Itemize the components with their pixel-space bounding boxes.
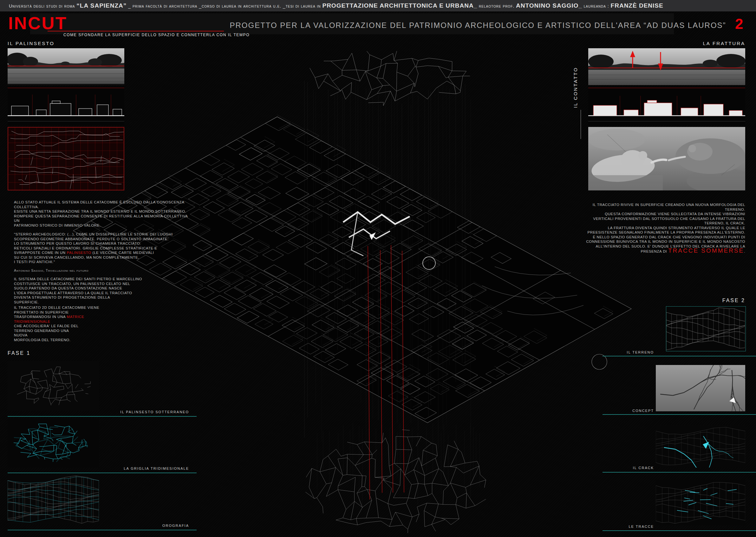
section-label-palinsesto: IL PALINSESTO (8, 41, 55, 46)
panorama-left-image (8, 48, 124, 85)
fase1-row-label: IL PALINSESTO SOTTERRANEO (101, 410, 189, 414)
fase1-divider (8, 416, 197, 417)
fresco-image (588, 127, 745, 190)
fase2-row-label: IL TERRENO (571, 351, 654, 354)
skyline-section-right (588, 86, 745, 125)
credit-relatore-label: relaotore prof. (477, 0, 516, 12)
fase1-divider (8, 530, 197, 530)
fase2-divider (602, 472, 756, 473)
matrice-text-1: IL TRACCIATO 2D DELLE CATACOMBE VIENE PR… (14, 306, 99, 319)
panorama-left-photo (8, 48, 124, 85)
orografia-image (8, 475, 99, 524)
credit-university-name: “LA SAPIENZA” (76, 0, 127, 12)
fase2-divider (602, 356, 756, 356)
catacombe-paragraph: IL SISTEMA DELLE CATACOMBE DEI SANTI PIE… (14, 277, 192, 304)
section-label-frattura: LA FRATTURA (703, 41, 745, 46)
contatto-line (581, 110, 581, 139)
page-number: 2 (735, 15, 743, 32)
project-title: PROGETTO PER LA VALORIZZAZIONE DEL PATRI… (228, 21, 728, 30)
concept-crack-photo (656, 365, 745, 411)
credit-faculty: _ prima facoltà di architettura _corso d… (127, 0, 322, 12)
quote-highlight: PALINSESTO (67, 251, 91, 255)
matrice-text-2: CHE ACCOGLIERA' LE FALDE DEL TERRENO GEN… (14, 324, 79, 342)
fase2-row-label: LE TRACCE (571, 525, 654, 528)
fase2-row-label: CONCEPT (571, 409, 654, 413)
tagline: COME SFONDARE LA SUPERFICIE DELLO SPAZIO… (63, 33, 249, 37)
thumbnail-griglia-tridimensionale (8, 418, 99, 468)
thumbnail-terreno (666, 306, 746, 351)
terreno-image (666, 307, 745, 351)
section-label-contatto: IL CONTATTO (573, 48, 578, 108)
red-grid-tracciato (8, 127, 124, 190)
fase1-divider (8, 473, 197, 473)
matrice-paragraph: IL TRACCIATO 2D DELLE CATACOMBE VIENE PR… (14, 305, 192, 342)
credit-laureanda-name: FRANZÈ DENISE (611, 0, 663, 12)
fase2-divider (602, 530, 756, 531)
creation-of-adam-image (588, 127, 745, 190)
fase1-row-label: LA GRIGLIA TRIDIMESIONALE (101, 467, 189, 470)
panorama-right-image (588, 48, 745, 85)
thumbnail-le-tracce (656, 480, 745, 525)
intro-paragraph: ALLO STATO ATTUALE IL SISTEMA DELLE CATA… (14, 200, 192, 227)
fase2-label: FASE 2 (722, 298, 745, 304)
tracce-sommerse-highlight: TRACCE SOMMERSE (668, 247, 744, 254)
credit-laureanda-label: laureanda : (582, 0, 611, 12)
thumbnail-concept (656, 365, 745, 411)
logo-underline (48, 31, 224, 31)
fase1-label: FASE 1 (8, 351, 30, 356)
panorama-right-photo (588, 48, 745, 85)
fase2-divider (602, 414, 756, 415)
thumbnail-il-crack (656, 425, 745, 468)
thumbnail-palinsesto-sotterraneo (8, 361, 99, 411)
top-credits-bar: Università degli studi di roma “LA SAPIE… (0, 0, 756, 12)
palinsesto-sotterraneo-image (8, 361, 99, 411)
section-diagram-left (8, 86, 124, 125)
skyline-section-left (8, 86, 124, 125)
poster-board: Università degli studi di roma “LA SAPIE… (0, 0, 756, 537)
catacomb-grid-map (8, 127, 124, 190)
le-tracce-image (656, 480, 745, 525)
section-diagram-right (588, 86, 745, 125)
quote-attribution: Antonino Saggio, Trivellazioni nel futur… (14, 268, 89, 272)
frattura-text-1: IL TRACCIATO RIVIVE IN SUPERFICIE CREAND… (586, 203, 745, 253)
il-crack-image (656, 425, 745, 468)
thumbnail-orografia (8, 475, 99, 524)
griglia-tridimensionale-image (8, 418, 99, 468)
fase2-row-label: IL CRACK (571, 466, 654, 470)
credit-university: Università degli studi di roma (9, 0, 76, 12)
logo-incut: INCUT (8, 13, 67, 33)
frattura-paragraph: IL TRACCIATO RIVIVE IN SUPERFICIE CREAND… (584, 202, 745, 254)
quote-paragraph: "STERRO ARCHEOLOGICO: (...), COME UN DIS… (14, 232, 192, 265)
fase1-row-label: OROGRAFIA (101, 524, 189, 527)
credit-relatore-name: ANTONINO SAGGIO_ (516, 0, 582, 12)
credit-thesis-subject: PROGETTAZIONE ARCHITETTONICA E URBANA_ (322, 0, 477, 12)
frattura-text-2: . (744, 249, 745, 253)
